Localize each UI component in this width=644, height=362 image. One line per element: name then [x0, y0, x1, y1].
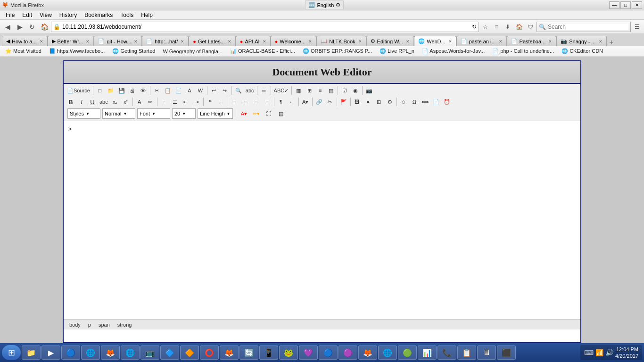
- image-button[interactable]: 📷: [364, 85, 374, 96]
- taskbar-green[interactable]: 🟢: [398, 346, 417, 360]
- taskbar-media-player[interactable]: ▶: [41, 346, 60, 360]
- align-left-button[interactable]: ≡: [230, 97, 240, 107]
- taskbar-chrome[interactable]: 🔵: [61, 346, 80, 360]
- tab-better-wr[interactable]: ▶ Better Wr... ✕: [48, 36, 94, 46]
- taskbar-network[interactable]: 🌐: [81, 346, 100, 360]
- tab-close-icon[interactable]: ✕: [40, 39, 43, 44]
- unordered-list-button[interactable]: ☰: [170, 97, 180, 107]
- table-row-button[interactable]: ≡: [315, 85, 325, 96]
- indent-button[interactable]: ⇥: [191, 97, 202, 107]
- tab-how-to[interactable]: ◀ How to a... ✕: [2, 36, 48, 46]
- tab-git[interactable]: 📄 git - How... ✕: [94, 36, 142, 46]
- taskbar-globe[interactable]: 🌐: [121, 346, 140, 360]
- anchor-button[interactable]: 🚩: [339, 97, 349, 107]
- bidi-button[interactable]: ←: [287, 97, 297, 107]
- tab-nltk[interactable]: 📖 NLTK Book ✕: [316, 36, 366, 46]
- bookmark-live-rpl[interactable]: 🌐 Live RPL_n: [376, 47, 418, 55]
- tab-pasteboa[interactable]: 📄 Pasteboa... ✕: [507, 36, 557, 46]
- taskbar-circle[interactable]: ⭕: [200, 346, 219, 360]
- size-dropdown[interactable]: 20 ▼: [172, 108, 196, 119]
- cut-button[interactable]: ✂: [152, 85, 162, 96]
- menu-tools[interactable]: Tools: [116, 11, 137, 19]
- font-color-swatch-button[interactable]: A▾: [239, 108, 249, 119]
- home-button[interactable]: 🏠: [39, 22, 50, 32]
- shield-button[interactable]: 🛡: [525, 22, 536, 32]
- taskbar-firefox2[interactable]: 🦊: [220, 346, 239, 360]
- menu-help[interactable]: Help: [137, 11, 157, 19]
- replace-button[interactable]: abc: [244, 85, 256, 96]
- taskbar-terminal[interactable]: ⬛: [497, 346, 516, 360]
- find-button[interactable]: 🔍: [233, 85, 244, 96]
- taskbar-firefox3[interactable]: 🦊: [358, 346, 377, 360]
- close-button[interactable]: ✕: [632, 1, 642, 9]
- fullscreen-button[interactable]: ⛶: [264, 108, 274, 119]
- taskbar-vs3[interactable]: 🔵: [319, 346, 338, 360]
- refresh-button[interactable]: ↻: [26, 22, 38, 32]
- spellcheck-button[interactable]: ABC✓: [272, 85, 290, 96]
- blockquote-button[interactable]: ❝: [205, 97, 215, 107]
- tab-close-icon[interactable]: ✕: [263, 39, 266, 44]
- maximize-button[interactable]: □: [620, 1, 631, 9]
- taskbar-chart[interactable]: 📊: [418, 346, 437, 360]
- editor-content[interactable]: >: [64, 121, 580, 319]
- download-button[interactable]: ⬇: [503, 22, 513, 32]
- undo-button[interactable]: ↩: [209, 85, 219, 96]
- div-button[interactable]: ÷: [216, 97, 226, 107]
- tab-close-icon[interactable]: ✕: [86, 39, 90, 44]
- table-button[interactable]: ▦: [293, 85, 304, 96]
- styles-dropdown[interactable]: Styles ▼: [67, 108, 100, 119]
- taskbar-xampp[interactable]: 🖥: [477, 346, 496, 360]
- bookmark-oracle[interactable]: 📊 ORACLE-BASE - Effici...: [227, 47, 298, 55]
- tab-close-icon[interactable]: ✕: [228, 39, 231, 44]
- preview-button[interactable]: 👁: [138, 85, 149, 96]
- menu-button[interactable]: ☰: [632, 22, 642, 32]
- redo-button[interactable]: ↪: [220, 85, 230, 96]
- tab-http[interactable]: 📄 http:...hat/ ✕: [142, 36, 189, 46]
- tab-get-lates[interactable]: ● Get Lates... ✕: [189, 36, 236, 46]
- table-cell-button[interactable]: ▤: [326, 85, 336, 96]
- font-color-button[interactable]: A: [134, 97, 145, 107]
- tab-close-icon[interactable]: ✕: [499, 39, 503, 44]
- clock-button[interactable]: ⏰: [442, 97, 452, 107]
- taskbar-firefox[interactable]: 🦊: [101, 346, 120, 360]
- taskbar-ie[interactable]: 🌐: [378, 346, 397, 360]
- menu-edit[interactable]: Edit: [18, 11, 36, 19]
- menu-history[interactable]: History: [56, 11, 81, 19]
- iframe-button[interactable]: ⚙: [385, 97, 395, 107]
- select-all-button[interactable]: ═: [259, 85, 269, 96]
- new-doc-button[interactable]: □: [95, 85, 105, 96]
- table-insert-button[interactable]: ⊞: [374, 97, 384, 107]
- tab-close-icon[interactable]: ✕: [599, 39, 603, 44]
- special-char-button[interactable]: Ω: [409, 97, 420, 107]
- menu-view[interactable]: View: [36, 11, 56, 19]
- tab-close-icon[interactable]: ✕: [358, 39, 362, 44]
- tab-close-icon[interactable]: ✕: [548, 39, 552, 44]
- bold-button[interactable]: B: [66, 97, 76, 107]
- bookmark-getting-started[interactable]: 🌐 Getting Started: [109, 47, 158, 55]
- strikethrough-button[interactable]: abc: [98, 97, 109, 107]
- tab-welcome[interactable]: ● Welcome... ✕: [271, 36, 316, 46]
- image-insert-button[interactable]: 🖼: [352, 97, 363, 107]
- tab-apiai[interactable]: ● API.AI ✕: [236, 36, 271, 46]
- taskbar-pdf[interactable]: 📋: [457, 346, 476, 360]
- address-input[interactable]: [62, 24, 470, 30]
- forward-button[interactable]: ▶: [14, 22, 25, 32]
- tab-close-icon[interactable]: ✕: [448, 39, 452, 44]
- text-color-dropdown[interactable]: A▾: [300, 97, 311, 107]
- paste-button[interactable]: 📄: [173, 85, 184, 96]
- copy-button[interactable]: 📋: [163, 85, 173, 96]
- subscript-button[interactable]: x₂: [110, 97, 120, 107]
- tab-close-icon[interactable]: ✕: [308, 39, 312, 44]
- bookmark-star-button[interactable]: ☆: [480, 22, 490, 32]
- print-button[interactable]: 🖨: [127, 85, 138, 96]
- table-col-button[interactable]: ⊞: [304, 85, 314, 96]
- underline-button[interactable]: U: [87, 97, 98, 107]
- bookmark-facebook[interactable]: 📘 https://www.facebo...: [46, 47, 108, 55]
- checkbox-button[interactable]: ☑: [339, 85, 350, 96]
- unlink-button[interactable]: ✂: [325, 97, 335, 107]
- home-nav-button[interactable]: 🏠: [514, 22, 524, 32]
- font-dropdown[interactable]: Font ▼: [137, 108, 170, 119]
- paste-text-button[interactable]: A: [184, 85, 195, 96]
- reader-button[interactable]: ≡: [491, 22, 502, 32]
- tab-webdocument[interactable]: 🌐 WebD... ✕: [414, 36, 456, 46]
